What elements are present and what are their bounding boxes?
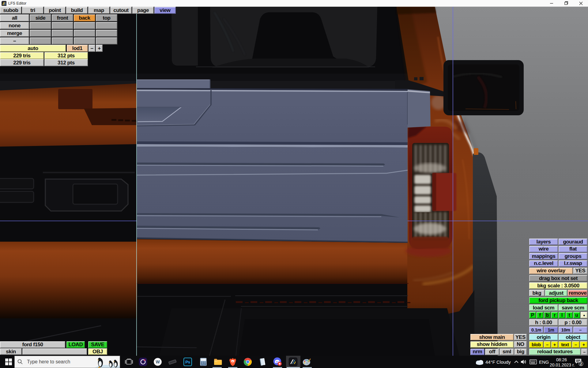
svg-text:W: W (156, 359, 160, 364)
svg-text:Ps: Ps (185, 360, 190, 364)
svg-text:2: 2 (580, 362, 582, 366)
